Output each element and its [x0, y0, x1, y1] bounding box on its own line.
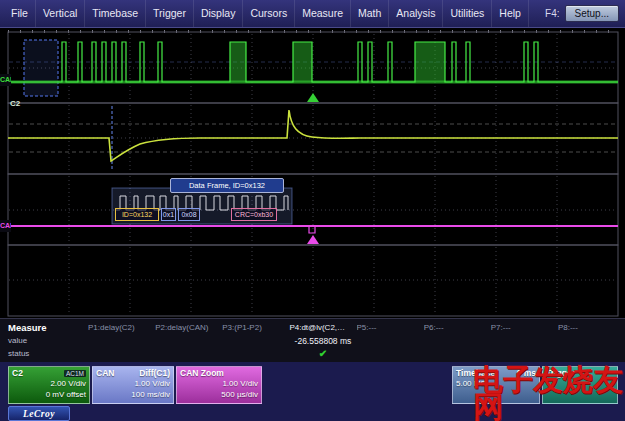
c2-coupling-badge: AC1M — [64, 370, 86, 377]
measure-status-row-label: status — [8, 349, 88, 358]
menu-item-utilities[interactable]: Utilities — [443, 0, 492, 27]
decode-crc-field: CRC=0xb30 — [231, 208, 277, 221]
decode-id-field: ID=0x132 — [115, 208, 159, 221]
channel-descriptor-c2[interactable]: C2 AC1M 2.00 V/div 0 mV offset — [8, 366, 90, 404]
timebase-name: Timebase — [456, 368, 495, 378]
timebase-samples: 5.00 MS — [453, 378, 539, 389]
can-zoom-tdiv: 500 µs/div — [177, 389, 261, 400]
menu-bar: File Vertical Timebase Trigger Display C… — [0, 0, 625, 28]
measure-title: Measure — [8, 322, 88, 333]
timebase-delay: 0 ms — [517, 368, 536, 378]
menu-item-file[interactable]: File — [4, 0, 36, 27]
channel-descriptor-can[interactable]: CAN Diff(C1) 1.00 V/div 100 ms/div — [92, 366, 174, 404]
menu-item-analysis[interactable]: Analysis — [389, 0, 443, 27]
measure-value-p4: -26.558808 ms — [289, 336, 356, 346]
measure-param-p6[interactable]: P6:--- — [424, 323, 491, 332]
measure-value-row: value -26.558808 ms — [0, 334, 625, 347]
trigger-marker-green[interactable] — [307, 93, 319, 102]
trigger-name: Trigger — [546, 368, 575, 378]
measure-param-p4[interactable]: P4:dt@lv(C2,… — [289, 323, 356, 332]
measure-param-p8[interactable]: P8:--- — [558, 323, 625, 332]
c2-vdiv: 2.00 V/div — [9, 378, 89, 389]
f4-label: F4: — [545, 8, 559, 19]
timebase-descriptor[interactable]: Timebase 0 ms 5.00 MS — [452, 366, 540, 404]
trigger-descriptor[interactable]: Trigger — [542, 366, 618, 404]
menu-item-timebase[interactable]: Timebase — [85, 0, 146, 27]
menu-item-math[interactable]: Math — [351, 0, 389, 27]
channel-label-c2[interactable]: C2 — [10, 99, 20, 108]
zoom-region-marker[interactable] — [24, 40, 58, 96]
decode-tooltip: Data Frame, ID=0x132 — [170, 178, 284, 193]
measure-status-row: status ✔ — [0, 347, 625, 360]
channel-tab-can-zoom[interactable]: CAN — [0, 220, 11, 232]
measure-value-row-label: value — [8, 336, 88, 345]
can-source: Diff(C1) — [139, 368, 170, 378]
channel-descriptor-can-zoom[interactable]: CAN Zoom 1.00 V/div 500 µs/div — [176, 366, 262, 404]
channel-tab-can[interactable]: CAN — [0, 74, 11, 86]
measure-param-p1[interactable]: P1:delay(C2) — [88, 323, 155, 332]
can-vdiv: 1.00 V/div — [93, 378, 173, 389]
decode-data-field: 0x08 — [178, 208, 200, 221]
measure-header-row: Measure P1:delay(C2) P2:delay(CAN) P3:(P… — [0, 321, 625, 334]
measure-status-p4: ✔ — [289, 348, 356, 360]
trace-can-zoom-blip — [309, 226, 315, 233]
can-tdiv: 100 ms/div — [93, 389, 173, 400]
measure-param-p2[interactable]: P2:delay(CAN) — [155, 323, 222, 332]
menu-item-display[interactable]: Display — [194, 0, 243, 27]
decode-dlc-field: 0x1 — [161, 208, 176, 221]
setup-button[interactable]: Setup... — [565, 5, 619, 22]
menu-item-cursors[interactable]: Cursors — [243, 0, 295, 27]
oscilloscope-screen: File Vertical Timebase Trigger Display C… — [0, 0, 625, 421]
menu-item-vertical[interactable]: Vertical — [36, 0, 85, 27]
measure-panel: Measure P1:delay(C2) P2:delay(CAN) P3:(P… — [0, 318, 625, 362]
waveform-display — [0, 30, 625, 318]
menu-item-help[interactable]: Help — [492, 0, 529, 27]
c2-offset: 0 mV offset — [9, 389, 89, 400]
can-zoom-name: CAN Zoom — [180, 368, 224, 378]
measure-param-p3[interactable]: P3:(P1-P2) — [222, 323, 289, 332]
menu-item-trigger[interactable]: Trigger — [146, 0, 194, 27]
lecroy-logo: LeCroy — [8, 406, 70, 421]
can-zoom-vdiv: 1.00 V/div — [177, 378, 261, 389]
measure-param-p7[interactable]: P7:--- — [491, 323, 558, 332]
can-name: CAN — [96, 368, 114, 378]
menu-item-measure[interactable]: Measure — [295, 0, 351, 27]
measure-param-p5[interactable]: P5:--- — [357, 323, 424, 332]
c2-name: C2 — [12, 368, 23, 378]
trigger-marker-magenta[interactable] — [307, 235, 319, 244]
